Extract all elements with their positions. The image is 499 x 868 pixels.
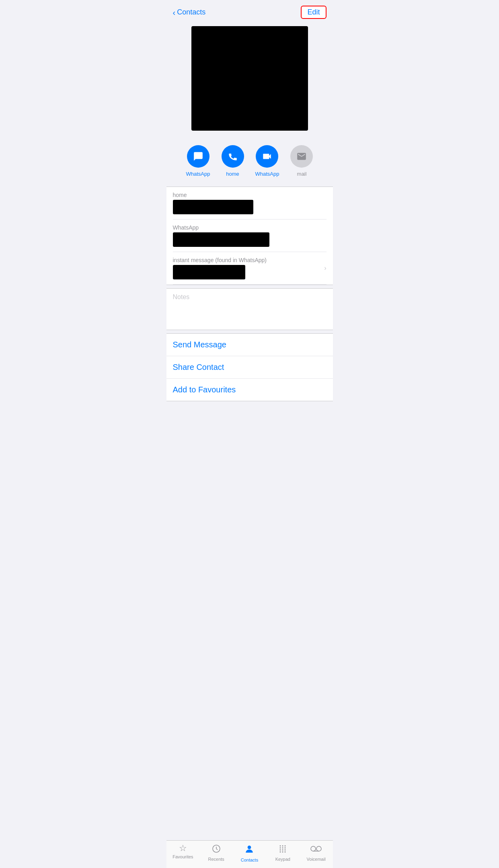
home-phone-value [173, 200, 253, 214]
tab-contacts-label: Contacts [241, 858, 258, 862]
clock-icon [212, 844, 221, 855]
mail-icon [296, 151, 307, 162]
tab-bar: ☆ Favourites Recents Contacts [166, 840, 333, 868]
profile-photo [191, 26, 308, 131]
add-to-favourites-button[interactable]: Add to Favourites [166, 379, 333, 401]
voicemail-icon [310, 844, 322, 855]
whatsapp-number-value [173, 232, 269, 247]
mail-circle [290, 145, 313, 168]
notes-placeholder: Notes [173, 293, 327, 301]
svg-point-11 [280, 852, 281, 853]
svg-point-3 [282, 845, 283, 847]
svg-point-15 [316, 846, 321, 851]
tab-favourites[interactable]: ☆ Favourites [171, 844, 195, 862]
instant-message-content: instant message (found in WhatsApp) [173, 257, 267, 279]
share-contact-button[interactable]: Share Contact [166, 356, 333, 379]
home-call-circle [222, 145, 244, 168]
header: ‹ Contacts Edit [166, 0, 333, 23]
tab-voicemail-label: Voicemail [307, 857, 326, 862]
keypad-icon [278, 844, 287, 855]
tab-favourites-label: Favourites [172, 854, 193, 859]
whatsapp-video-label: WhatsApp [255, 171, 279, 177]
home-call-button[interactable]: home [222, 145, 244, 177]
mail-label: mail [297, 171, 307, 177]
phone-icon [228, 151, 238, 162]
person-icon [244, 844, 255, 856]
back-button[interactable]: ‹ Contacts [173, 8, 206, 16]
whatsapp-number-label: WhatsApp [173, 224, 327, 231]
svg-point-10 [285, 850, 286, 851]
home-call-label: home [226, 171, 239, 177]
chevron-right-icon: › [324, 265, 326, 272]
svg-point-7 [285, 847, 286, 849]
back-label: Contacts [177, 8, 205, 16]
tab-recents-label: Recents [208, 857, 224, 862]
chevron-left-icon: ‹ [173, 8, 176, 16]
mail-button[interactable]: mail [290, 145, 313, 177]
svg-point-9 [282, 850, 283, 851]
video-icon [262, 151, 272, 162]
whatsapp-message-circle [187, 145, 209, 168]
instant-message-value [173, 265, 245, 279]
whatsapp-number-row: WhatsApp [173, 220, 327, 252]
svg-point-2 [280, 845, 281, 847]
contact-info-section: home WhatsApp instant message (found in … [166, 187, 333, 285]
svg-point-8 [280, 850, 281, 851]
svg-point-14 [311, 846, 316, 851]
instant-message-row[interactable]: instant message (found in WhatsApp) › [173, 252, 327, 285]
notes-section: Notes [166, 288, 333, 330]
svg-point-6 [282, 847, 283, 849]
edit-button[interactable]: Edit [301, 6, 326, 19]
action-buttons-row: WhatsApp home WhatsApp [166, 139, 333, 187]
whatsapp-message-label: WhatsApp [186, 171, 210, 177]
profile-section [166, 23, 333, 139]
tab-voicemail[interactable]: Voicemail [304, 844, 328, 862]
svg-point-5 [280, 847, 281, 849]
whatsapp-message-button[interactable]: WhatsApp [186, 145, 210, 177]
tab-recents[interactable]: Recents [204, 844, 228, 862]
home-phone-row: home [173, 187, 327, 220]
whatsapp-video-circle [256, 145, 278, 168]
tab-keypad-label: Keypad [275, 857, 290, 862]
instant-message-label: instant message (found in WhatsApp) [173, 257, 267, 263]
svg-point-4 [285, 845, 286, 847]
svg-point-1 [248, 845, 251, 849]
tab-contacts[interactable]: Contacts [237, 844, 261, 862]
tab-keypad[interactable]: Keypad [271, 844, 295, 862]
home-phone-label: home [173, 192, 327, 198]
star-icon: ☆ [179, 844, 187, 853]
svg-point-12 [282, 852, 283, 853]
action-list: Send Message Share Contact Add to Favour… [166, 333, 333, 401]
send-message-button[interactable]: Send Message [166, 334, 333, 356]
svg-point-13 [285, 852, 286, 853]
message-icon [193, 151, 203, 162]
whatsapp-video-button[interactable]: WhatsApp [255, 145, 279, 177]
